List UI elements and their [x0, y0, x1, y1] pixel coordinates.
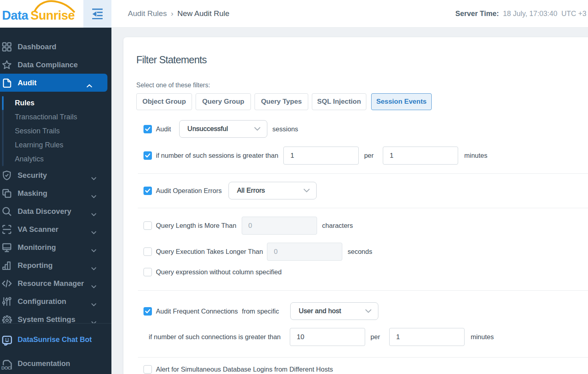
svg-text:Data: Data	[2, 8, 28, 22]
svg-text:DOC: DOC	[1, 365, 11, 370]
svg-text:Sunrise: Sunrise	[30, 8, 75, 22]
